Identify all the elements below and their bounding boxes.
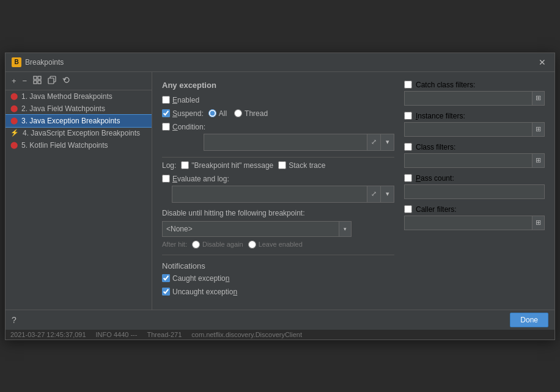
copy-button[interactable] xyxy=(45,74,59,87)
breakpoint-item-1[interactable]: ⬤ 1. Java Method Breakpoints xyxy=(6,90,152,103)
after-hit-row: After hit: Disable again Leave enabled xyxy=(162,241,394,249)
suspend-row: Suspend: All Thread xyxy=(162,109,394,118)
breakpoint-label-2: 2. Java Field Watchpoints xyxy=(21,104,105,113)
title-bar-left: B Breakpoints xyxy=(12,57,64,67)
condition-checkbox[interactable] xyxy=(162,123,170,131)
enabled-label-text: Enabled xyxy=(172,96,199,104)
dropdown-wrap: <None> ▾ xyxy=(162,221,394,237)
catch-class-checkbox[interactable] xyxy=(404,81,412,89)
two-col-layout: Any exception Enabled Suspend: xyxy=(162,81,545,301)
eval-more-btn[interactable]: ▾ xyxy=(381,186,394,203)
suspend-checkbox[interactable] xyxy=(162,109,170,117)
eval-expand-btn[interactable]: ⤢ xyxy=(367,186,381,203)
dialog-body: + − xyxy=(6,72,554,310)
class-label: Class filters: xyxy=(416,143,455,151)
toolbar: + − xyxy=(6,72,152,90)
breakpoint-item-3[interactable]: ⬤ 3. Java Exception Breakpoints xyxy=(6,115,152,127)
breakpoint-hit-checkbox[interactable] xyxy=(181,161,189,169)
dropdown-arrow-icon: ▾ xyxy=(339,221,352,237)
enabled-checkbox[interactable] xyxy=(162,96,170,104)
restore-button[interactable] xyxy=(60,74,73,87)
caller-input[interactable] xyxy=(404,216,532,230)
breakpoint-hit-text: "Breakpoint hit" message xyxy=(191,161,273,170)
instance-group: Instance filters: ⊞ xyxy=(404,112,545,137)
all-radio[interactable] xyxy=(208,109,216,117)
pass-count-input[interactable] xyxy=(404,184,545,199)
all-radio-label[interactable]: All xyxy=(208,109,227,118)
breakpoint-item-4[interactable]: ⚡ 4. JavaScript Exception Breakpoints xyxy=(6,127,152,139)
instance-input-wrap: ⊞ xyxy=(404,122,545,137)
close-button[interactable]: ✕ xyxy=(536,57,548,68)
copy-icon xyxy=(48,76,56,84)
done-button[interactable]: Done xyxy=(510,313,548,327)
class-label-row: Class filters: xyxy=(404,143,545,151)
class-input[interactable] xyxy=(404,153,532,168)
instance-browse-btn[interactable]: ⊞ xyxy=(532,122,545,137)
pass-count-checkbox[interactable] xyxy=(404,174,412,182)
notifications-section: Notifications Caught exception Uncaught … xyxy=(162,255,394,296)
breakpoint-icon-1: ⬤ xyxy=(10,92,18,100)
svg-rect-2 xyxy=(34,81,37,84)
breakpoint-icon-3: ⬤ xyxy=(10,117,18,125)
group-button[interactable] xyxy=(31,74,44,87)
breakpoint-item-5[interactable]: ⬤ 5. Kotlin Field Watchpoints xyxy=(6,139,152,151)
disable-again-radio-label[interactable]: Disable again xyxy=(192,241,243,249)
condition-expand-btn[interactable]: ⤢ xyxy=(367,134,381,151)
group-icon xyxy=(33,76,42,84)
condition-input-wrap: ⤢ ▾ xyxy=(204,134,394,151)
thread-radio[interactable] xyxy=(234,109,242,117)
status-bar: 2021-03-27 12:45:37,091 INFO 4440 --- Th… xyxy=(6,330,554,339)
condition-checkbox-label[interactable]: Condition: xyxy=(162,123,205,131)
right-panel: Any exception Enabled Suspend: xyxy=(152,72,554,310)
breakpoint-icon-5: ⬤ xyxy=(10,141,18,149)
add-button[interactable]: + xyxy=(9,75,19,87)
eval-checkbox-label[interactable]: Evaluate and log: xyxy=(162,175,229,183)
help-icon[interactable]: ? xyxy=(12,315,17,325)
leave-enabled-text: Leave enabled xyxy=(259,241,303,248)
breakpoint-icon-4: ⚡ xyxy=(10,129,19,137)
enabled-checkbox-label[interactable]: Enabled xyxy=(162,96,199,104)
catch-class-browse-btn[interactable]: ⊞ xyxy=(532,91,545,106)
condition-more-btn[interactable]: ▾ xyxy=(381,134,394,151)
left-panel: + − xyxy=(6,72,152,310)
caller-checkbox[interactable] xyxy=(404,205,412,213)
dialog-icon: B xyxy=(12,57,21,67)
log-label: Log: xyxy=(162,161,176,170)
stack-trace-checkbox-label[interactable]: Stack trace xyxy=(278,161,325,170)
condition-label-text: Condition: xyxy=(172,123,205,131)
status-class: com.netflix.discovery.DiscoveryClient xyxy=(191,331,302,338)
instance-input[interactable] xyxy=(404,122,532,137)
breakpoint-item-2[interactable]: ⬤ 2. Java Field Watchpoints xyxy=(6,103,152,115)
suspend-label-text: Suspend: xyxy=(172,109,204,118)
thread-radio-label[interactable]: Thread xyxy=(234,109,268,118)
disable-section: Disable until hitting the following brea… xyxy=(162,209,394,249)
instance-checkbox[interactable] xyxy=(404,112,412,120)
suspend-checkbox-label[interactable]: Suspend: xyxy=(162,109,204,118)
breakpoint-hit-checkbox-label[interactable]: "Breakpoint hit" message xyxy=(181,161,273,170)
eval-row: Evaluate and log: xyxy=(162,175,394,183)
class-checkbox[interactable] xyxy=(404,143,412,151)
stack-trace-checkbox[interactable] xyxy=(278,161,286,169)
caller-browse-btn[interactable]: ⊞ xyxy=(532,216,545,230)
restore-icon xyxy=(62,76,71,84)
uncaught-checkbox-label[interactable]: Uncaught exception xyxy=(162,288,237,296)
class-browse-btn[interactable]: ⊞ xyxy=(532,153,545,168)
breakpoint-icon-2: ⬤ xyxy=(10,104,18,112)
dialog-title: Breakpoints xyxy=(25,58,64,67)
caught-checkbox-label[interactable]: Caught exception xyxy=(162,274,229,283)
leave-enabled-radio-label[interactable]: Leave enabled xyxy=(248,241,303,249)
pass-count-label-row: Pass count: xyxy=(404,174,545,183)
disable-again-radio[interactable] xyxy=(192,241,200,249)
catch-class-input[interactable] xyxy=(404,91,532,106)
remove-button[interactable]: − xyxy=(20,75,30,87)
eval-input[interactable] xyxy=(172,186,367,203)
condition-input[interactable] xyxy=(204,134,367,151)
condition-row: Condition: xyxy=(162,123,394,131)
breakpoint-label-1: 1. Java Method Breakpoints xyxy=(21,92,112,101)
leave-enabled-radio[interactable] xyxy=(248,241,256,249)
caught-checkbox[interactable] xyxy=(162,274,170,282)
breakpoint-dropdown[interactable]: <None> xyxy=(162,221,339,237)
caught-text: Caught exception xyxy=(172,274,229,283)
uncaught-checkbox[interactable] xyxy=(162,288,170,296)
eval-checkbox[interactable] xyxy=(162,175,170,183)
